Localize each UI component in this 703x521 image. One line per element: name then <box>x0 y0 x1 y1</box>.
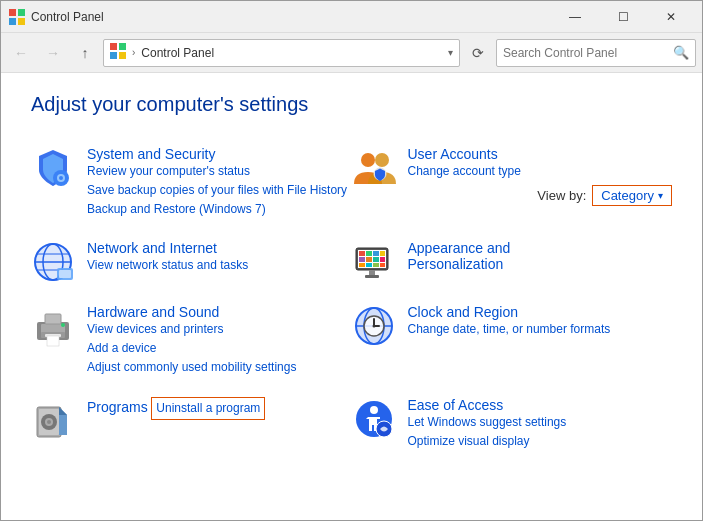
programs-title[interactable]: Programs <box>87 399 148 415</box>
svg-rect-34 <box>373 263 379 267</box>
category-network-internet: Network and Internet View network status… <box>31 230 352 294</box>
clock-region-content: Clock and Region Change date, time, or n… <box>408 304 673 339</box>
svg-rect-3 <box>18 18 25 25</box>
search-input[interactable] <box>503 46 669 60</box>
address-chevron-icon: › <box>132 47 135 58</box>
nav-bar: ← → ↑ › Control Panel ▾ ⟳ 🔍 <box>1 33 702 73</box>
svg-rect-4 <box>110 43 117 50</box>
appearance-content: Appearance andPersonalization <box>408 240 673 272</box>
ease-of-access-icon <box>352 397 396 441</box>
category-system-security: System and Security Review your computer… <box>31 136 352 230</box>
svg-rect-1 <box>18 9 25 16</box>
title-bar: Control Panel — ☐ ✕ <box>1 1 702 33</box>
network-internet-title[interactable]: Network and Internet <box>87 240 217 256</box>
ease-of-access-title[interactable]: Ease of Access <box>408 397 504 413</box>
system-security-link-2[interactable]: Save backup copies of your files with Fi… <box>87 181 352 200</box>
network-internet-content: Network and Internet View network status… <box>87 240 352 275</box>
system-security-link-3[interactable]: Backup and Restore (Windows 7) <box>87 200 352 219</box>
programs-link-1[interactable]: Uninstall a program <box>151 397 265 420</box>
hardware-sound-link-1[interactable]: View devices and printers <box>87 320 352 339</box>
svg-point-60 <box>370 406 378 414</box>
svg-point-10 <box>59 176 63 180</box>
programs-icon <box>31 397 75 441</box>
system-security-title[interactable]: System and Security <box>87 146 215 162</box>
svg-rect-24 <box>359 251 365 256</box>
search-icon[interactable]: 🔍 <box>673 45 689 60</box>
user-accounts-title[interactable]: User Accounts <box>408 146 498 162</box>
view-by-control: View by: Category ▾ <box>537 185 672 206</box>
network-internet-icon <box>31 240 75 284</box>
svg-rect-31 <box>380 257 385 262</box>
address-bar: › Control Panel ▾ <box>103 39 460 67</box>
svg-rect-32 <box>359 263 365 267</box>
user-accounts-content: User Accounts Change account type <box>408 146 673 181</box>
maximize-button[interactable]: ☐ <box>600 1 646 33</box>
svg-rect-6 <box>110 52 117 59</box>
page-title: Adjust your computer's settings <box>31 93 672 116</box>
svg-point-11 <box>361 153 375 167</box>
category-hardware-sound: Hardware and Sound View devices and prin… <box>31 294 352 388</box>
clock-region-icon <box>352 304 396 348</box>
close-button[interactable]: ✕ <box>648 1 694 33</box>
user-accounts-icon <box>352 146 396 190</box>
svg-rect-36 <box>369 270 375 275</box>
category-appearance: Appearance andPersonalization <box>352 230 673 294</box>
svg-rect-25 <box>366 251 372 256</box>
svg-rect-0 <box>9 9 16 16</box>
svg-rect-21 <box>59 270 71 278</box>
svg-rect-28 <box>359 257 365 262</box>
svg-point-53 <box>372 324 375 327</box>
system-security-link-1[interactable]: Review your computer's status <box>87 162 352 181</box>
view-by-dropdown[interactable]: Category ▾ <box>592 185 672 206</box>
user-accounts-link-1[interactable]: Change account type <box>408 162 673 181</box>
svg-rect-5 <box>119 43 126 50</box>
appearance-icon <box>352 240 396 284</box>
address-dropdown-icon[interactable]: ▾ <box>448 47 453 58</box>
category-programs: Programs Uninstall a program <box>31 387 352 461</box>
search-bar: 🔍 <box>496 39 696 67</box>
svg-rect-2 <box>9 18 16 25</box>
svg-rect-26 <box>373 251 379 256</box>
ease-of-access-content: Ease of Access Let Windows suggest setti… <box>408 397 673 451</box>
category-ease-of-access: Ease of Access Let Windows suggest setti… <box>352 387 673 461</box>
network-internet-link-1[interactable]: View network status and tasks <box>87 256 352 275</box>
up-button[interactable]: ↑ <box>71 39 99 67</box>
forward-button[interactable]: → <box>39 39 67 67</box>
minimize-button[interactable]: — <box>552 1 598 33</box>
refresh-button[interactable]: ⟳ <box>464 39 492 67</box>
svg-rect-27 <box>380 251 385 256</box>
svg-rect-29 <box>366 257 372 262</box>
title-bar-text: Control Panel <box>31 10 552 24</box>
view-by-label: View by: <box>537 188 586 203</box>
system-security-icon <box>31 146 75 190</box>
hardware-sound-link-3[interactable]: Adjust commonly used mobility settings <box>87 358 352 377</box>
view-by-arrow-icon: ▾ <box>658 190 663 201</box>
system-security-content: System and Security Review your computer… <box>87 146 352 220</box>
view-by-value: Category <box>601 188 654 203</box>
svg-rect-43 <box>47 336 59 346</box>
clock-region-title[interactable]: Clock and Region <box>408 304 519 320</box>
main-content: Adjust your computer's settings View by:… <box>1 73 702 521</box>
svg-point-58 <box>47 420 51 424</box>
svg-rect-7 <box>119 52 126 59</box>
svg-rect-35 <box>380 263 385 267</box>
back-button[interactable]: ← <box>7 39 35 67</box>
clock-region-link-1[interactable]: Change date, time, or number formats <box>408 320 673 339</box>
svg-rect-33 <box>366 263 372 267</box>
svg-rect-40 <box>45 314 61 324</box>
title-bar-controls: — ☐ ✕ <box>552 1 694 33</box>
hardware-sound-content: Hardware and Sound View devices and prin… <box>87 304 352 378</box>
ease-of-access-link-2[interactable]: Optimize visual display <box>408 432 673 451</box>
appearance-title[interactable]: Appearance andPersonalization <box>408 240 511 272</box>
category-clock-region: Clock and Region Change date, time, or n… <box>352 294 673 388</box>
address-path[interactable]: Control Panel <box>141 46 442 60</box>
hardware-sound-icon <box>31 304 75 348</box>
app-icon <box>9 9 25 25</box>
svg-rect-37 <box>365 275 379 278</box>
svg-rect-30 <box>373 257 379 262</box>
hardware-sound-title[interactable]: Hardware and Sound <box>87 304 219 320</box>
address-icon <box>110 43 126 62</box>
svg-point-12 <box>375 153 389 167</box>
hardware-sound-link-2[interactable]: Add a device <box>87 339 352 358</box>
ease-of-access-link-1[interactable]: Let Windows suggest settings <box>408 413 673 432</box>
